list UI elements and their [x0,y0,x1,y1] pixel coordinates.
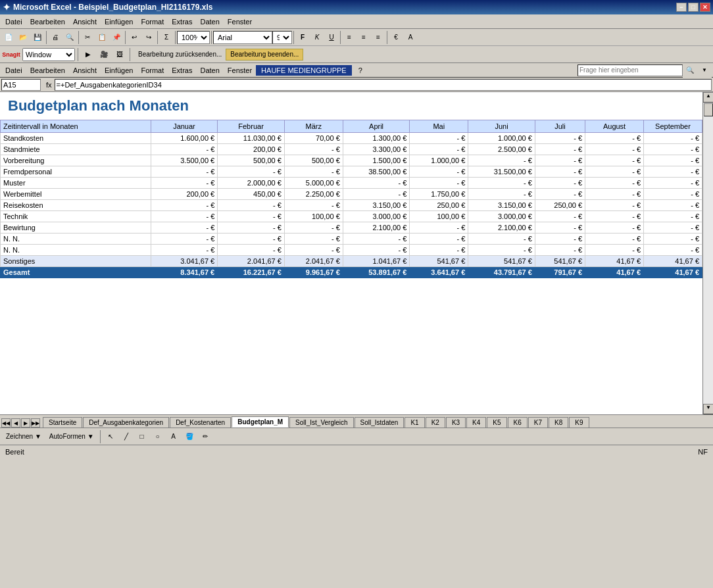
align-left[interactable]: ≡ [342,30,356,45]
sheet-tab-budgetplan-m[interactable]: Budgetplan_M [232,416,289,428]
sheet-tab-k5[interactable]: K5 [487,417,506,428]
maximize-button[interactable]: □ [688,3,699,12]
formula-input[interactable] [55,79,712,91]
sheet-tab-k9[interactable]: K9 [569,417,589,428]
header-maerz: März [284,120,343,133]
close-button[interactable]: ✕ [700,3,710,12]
fontsize-select[interactable]: 9 [272,31,292,44]
minimize-button[interactable]: − [676,3,687,12]
sheet-tab-k7[interactable]: K7 [528,417,548,428]
sheet-tab-def-kostenarten[interactable]: Def_Kostenarten [170,417,231,428]
bold-button[interactable]: F [295,30,310,45]
sheet-tab-soll-istdaten[interactable]: Soll_Istdaten [355,417,405,428]
color-button[interactable]: A [403,30,418,45]
snagit-icon[interactable]: SnagIt [1,47,21,62]
table-cell: - € [410,133,468,144]
table-cell: - € [644,189,702,200]
menu-bearbeiten[interactable]: Bearbeiten [26,16,69,27]
table-cell: - € [284,144,343,155]
menu-fenster2[interactable]: Fenster [224,65,256,76]
sheet-tab-k4[interactable]: K4 [466,417,486,428]
undo-button[interactable]: ↩ [127,30,141,45]
menu-fenster[interactable]: Fenster [224,16,256,27]
menu-daten2[interactable]: Daten [196,65,223,76]
menu-einfuegen[interactable]: Einfügen [101,16,137,27]
table-cell: 500,00 € [218,155,285,166]
cut-button[interactable]: ✂ [80,30,95,45]
menu-einfuegen2[interactable]: Einfügen [101,65,137,76]
draw-btn[interactable]: Zeichnen ▼ [3,429,45,444]
sheet-tab-k2[interactable]: K2 [426,417,445,428]
cell-reference[interactable] [1,79,41,91]
haufe-mediengruppe-btn[interactable]: HAUFE MEDIENGRUPPE [256,65,352,76]
window-select[interactable]: Window [22,48,75,61]
menu-format2[interactable]: Format [137,65,168,76]
scroll-track[interactable] [703,103,713,404]
menu-daten[interactable]: Daten [196,16,223,27]
oval-tool[interactable]: ○ [151,429,165,444]
font-select[interactable]: Arial [213,31,272,44]
menu-bearbeiten2[interactable]: Bearbeiten [26,65,69,76]
zoom-select[interactable]: 100% [177,31,210,44]
sheet-tab-k6[interactable]: K6 [508,417,528,428]
sum-button[interactable]: Σ [159,30,174,45]
table-cell: - € [343,245,410,256]
scroll-thumb[interactable] [704,103,713,116]
menu-extras2[interactable]: Extras [168,65,196,76]
bearbeitung-beenden-btn[interactable]: Bearbeitung beenden... [226,49,303,61]
paste-button[interactable]: 📌 [109,30,124,45]
table-cell: - € [151,222,218,233]
arrow-tool[interactable]: ↖ [103,429,118,444]
sheet-tab-k8[interactable]: K8 [549,417,568,428]
search-down-icon[interactable]: ▼ [697,63,712,78]
line-tool[interactable]: ╱ [119,429,134,444]
scroll-down-btn[interactable]: ▼ [703,404,713,414]
tab-first-btn[interactable]: ◀◀ [1,418,11,428]
vertical-scrollbar[interactable]: ▲ ▼ [702,92,713,414]
snagit-btn1[interactable]: ▶ [81,47,95,62]
menu-datei2[interactable]: Datei [1,65,26,76]
autoforms-btn[interactable]: AutoFormen ▼ [46,429,97,444]
search-input[interactable] [578,64,683,76]
table-cell: 1.300,00 € [343,133,410,144]
menu-format[interactable]: Format [137,16,168,27]
preview-button[interactable]: 🔍 [62,30,77,45]
menu-ansicht[interactable]: Ansicht [69,16,101,27]
rect-tool[interactable]: □ [135,429,149,444]
tab-last-btn[interactable]: ▶▶ [31,418,40,428]
currency-button[interactable]: € [389,30,403,45]
align-right[interactable]: ≡ [371,30,385,45]
save-button[interactable]: 💾 [30,30,45,45]
search-icon[interactable]: 🔍 [683,63,697,78]
open-button[interactable]: 📂 [16,30,30,45]
table-cell: 1.500,00 € [343,155,410,166]
sheet-tab-k1[interactable]: K1 [405,417,424,428]
sheet-tab-def-ausgabenkategorien[interactable]: Def_Ausgabenkategorien [83,417,169,428]
copy-button[interactable]: 📋 [95,30,109,45]
italic-button[interactable]: K [310,30,324,45]
menu-ansicht2[interactable]: Ansicht [69,65,101,76]
menu-extras[interactable]: Extras [168,16,196,27]
menu-datei[interactable]: Datei [1,16,26,27]
snagit-btn3[interactable]: 🖼 [112,47,127,62]
redo-button[interactable]: ↪ [141,30,156,45]
help-menu[interactable]: ? [355,65,366,76]
textbox-tool[interactable]: A [166,429,181,444]
underline-button[interactable]: U [324,30,339,45]
table-cell: - € [585,155,644,166]
print-button[interactable]: 🖨 [48,30,62,45]
line-color-tool[interactable]: ✏ [198,429,212,444]
table-cell: - € [151,211,218,222]
fill-color-tool[interactable]: 🪣 [182,429,197,444]
sheet-tab-k3[interactable]: K3 [446,417,466,428]
title-bar: ✦ Microsoft Excel - Beispiel_Budgetplan_… [0,0,713,14]
scroll-up-btn[interactable]: ▲ [703,92,713,103]
new-button[interactable]: 📄 [1,30,16,45]
sheet-tab-soll-ist-vergleich[interactable]: Soll_Ist_Vergleich [289,417,354,428]
tab-prev-btn[interactable]: ◀ [11,418,20,428]
align-center[interactable]: ≡ [356,30,371,45]
sheet-tab-startseite[interactable]: Startseite [43,417,82,428]
snagit-btn2[interactable]: 🎥 [97,47,111,62]
table-cell: 541,67 € [535,256,585,267]
tab-next-btn[interactable]: ▶ [21,418,30,428]
